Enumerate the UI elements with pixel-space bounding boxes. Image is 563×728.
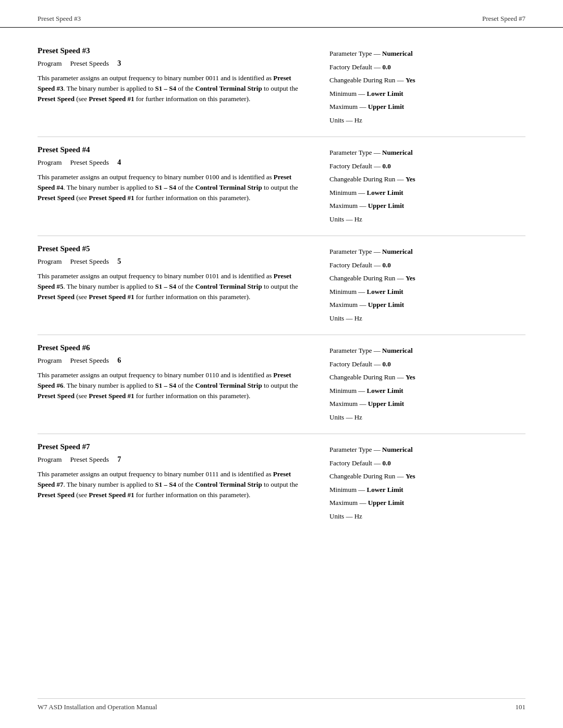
prop-param-type-preset4: Parameter Type — Numerical <box>329 147 525 158</box>
page-header: Preset Speed #3 Preset Speed #7 <box>0 0 563 28</box>
param-row-preset4: Preset Speed #4 Program Preset Speeds 4 … <box>38 145 525 227</box>
param-desc-preset6: This parameter assigns an output frequen… <box>38 370 309 401</box>
param-right-preset3: Parameter Type — Numerical Factory Defau… <box>329 46 525 128</box>
header-right: Preset Speed #7 <box>482 15 525 23</box>
prop-factory-default-preset7: Factory Default — 0.0 <box>329 458 525 468</box>
param-left-preset5: Preset Speed #5 Program Preset Speeds 5 … <box>38 244 309 326</box>
param-title-preset7: Preset Speed #7 <box>38 442 309 451</box>
prop-units-preset6: Units — Hz <box>329 412 525 423</box>
prop-minimum-preset5: Minimum — Lower Limit <box>329 287 525 297</box>
prop-changeable-preset4: Changeable During Run — Yes <box>329 174 525 184</box>
program-num-preset6: 6 <box>117 356 121 365</box>
footer-left: W7 ASD Installation and Operation Manual <box>38 703 157 711</box>
prop-maximum-preset5: Maximum — Upper Limit <box>329 300 525 310</box>
prop-changeable-preset5: Changeable During Run — Yes <box>329 273 525 283</box>
program-group-preset4: Preset Speeds <box>70 158 109 167</box>
param-desc-preset3: This parameter assigns an output frequen… <box>38 73 309 104</box>
program-num-preset4: 4 <box>117 158 121 167</box>
prop-maximum-preset3: Maximum — Upper Limit <box>329 102 525 112</box>
prop-minimum-preset6: Minimum — Lower Limit <box>329 386 525 396</box>
program-label-preset6: Program <box>38 356 62 365</box>
param-row-preset7: Preset Speed #7 Program Preset Speeds 7 … <box>38 442 525 524</box>
param-left-preset4: Preset Speed #4 Program Preset Speeds 4 … <box>38 145 309 227</box>
page-footer: W7 ASD Installation and Operation Manual… <box>38 698 525 711</box>
prop-factory-default-preset5: Factory Default — 0.0 <box>329 260 525 270</box>
param-right-preset4: Parameter Type — Numerical Factory Defau… <box>329 145 525 227</box>
header-left: Preset Speed #3 <box>38 15 81 23</box>
param-desc-preset5: This parameter assigns an output frequen… <box>38 271 309 302</box>
prop-minimum-preset3: Minimum — Lower Limit <box>329 89 525 99</box>
page: Preset Speed #3 Preset Speed #7 Preset S… <box>0 0 563 728</box>
param-section-preset4: Preset Speed #4 Program Preset Speeds 4 … <box>38 137 525 236</box>
param-title-preset6: Preset Speed #6 <box>38 343 309 352</box>
prop-minimum-preset7: Minimum — Lower Limit <box>329 485 525 495</box>
prop-maximum-preset4: Maximum — Upper Limit <box>329 201 525 211</box>
program-num-preset3: 3 <box>117 59 121 68</box>
program-num-preset5: 5 <box>117 257 121 266</box>
program-line-preset4: Program Preset Speeds 4 <box>38 158 309 167</box>
prop-maximum-preset7: Maximum — Upper Limit <box>329 498 525 508</box>
footer-right: 101 <box>516 703 526 711</box>
prop-param-type-preset6: Parameter Type — Numerical <box>329 346 525 356</box>
param-right-preset6: Parameter Type — Numerical Factory Defau… <box>329 343 525 425</box>
program-group-preset3: Preset Speeds <box>70 59 109 68</box>
param-title-preset3: Preset Speed #3 <box>38 46 309 55</box>
program-label-preset7: Program <box>38 455 62 464</box>
program-num-preset7: 7 <box>117 455 121 464</box>
prop-param-type-preset3: Parameter Type — Numerical <box>329 48 525 59</box>
program-group-preset6: Preset Speeds <box>70 356 109 365</box>
program-group-preset7: Preset Speeds <box>70 455 109 464</box>
param-title-preset4: Preset Speed #4 <box>38 145 309 154</box>
prop-param-type-preset5: Parameter Type — Numerical <box>329 246 525 257</box>
prop-minimum-preset4: Minimum — Lower Limit <box>329 188 525 198</box>
param-row-preset3: Preset Speed #3 Program Preset Speeds 3 … <box>38 46 525 128</box>
param-left-preset6: Preset Speed #6 Program Preset Speeds 6 … <box>38 343 309 425</box>
prop-changeable-preset7: Changeable During Run — Yes <box>329 471 525 482</box>
param-right-preset5: Parameter Type — Numerical Factory Defau… <box>329 244 525 326</box>
param-section-preset6: Preset Speed #6 Program Preset Speeds 6 … <box>38 335 525 434</box>
prop-factory-default-preset3: Factory Default — 0.0 <box>329 62 525 72</box>
prop-units-preset4: Units — Hz <box>329 214 525 225</box>
program-line-preset7: Program Preset Speeds 7 <box>38 455 309 464</box>
param-right-preset7: Parameter Type — Numerical Factory Defau… <box>329 442 525 524</box>
program-line-preset6: Program Preset Speeds 6 <box>38 356 309 365</box>
param-row-preset6: Preset Speed #6 Program Preset Speeds 6 … <box>38 343 525 425</box>
param-section-preset7: Preset Speed #7 Program Preset Speeds 7 … <box>38 434 525 533</box>
param-desc-preset4: This parameter assigns an output frequen… <box>38 172 309 203</box>
prop-changeable-preset6: Changeable During Run — Yes <box>329 372 525 382</box>
param-left-preset7: Preset Speed #7 Program Preset Speeds 7 … <box>38 442 309 524</box>
param-desc-preset7: This parameter assigns an output frequen… <box>38 469 309 500</box>
param-section-preset3: Preset Speed #3 Program Preset Speeds 3 … <box>38 38 525 137</box>
param-row-preset5: Preset Speed #5 Program Preset Speeds 5 … <box>38 244 525 326</box>
program-label-preset3: Program <box>38 59 62 68</box>
prop-factory-default-preset4: Factory Default — 0.0 <box>329 161 525 171</box>
program-label-preset5: Program <box>38 257 62 266</box>
program-label-preset4: Program <box>38 158 62 167</box>
main-content: Preset Speed #3 Program Preset Speeds 3 … <box>0 28 563 574</box>
prop-maximum-preset6: Maximum — Upper Limit <box>329 399 525 409</box>
prop-changeable-preset3: Changeable During Run — Yes <box>329 75 525 85</box>
program-group-preset5: Preset Speeds <box>70 257 109 266</box>
program-line-preset3: Program Preset Speeds 3 <box>38 59 309 68</box>
program-line-preset5: Program Preset Speeds 5 <box>38 257 309 266</box>
prop-factory-default-preset6: Factory Default — 0.0 <box>329 359 525 369</box>
prop-units-preset3: Units — Hz <box>329 115 525 126</box>
prop-units-preset5: Units — Hz <box>329 313 525 324</box>
prop-units-preset7: Units — Hz <box>329 511 525 522</box>
param-section-preset5: Preset Speed #5 Program Preset Speeds 5 … <box>38 236 525 335</box>
param-left-preset3: Preset Speed #3 Program Preset Speeds 3 … <box>38 46 309 128</box>
prop-param-type-preset7: Parameter Type — Numerical <box>329 445 525 455</box>
param-title-preset5: Preset Speed #5 <box>38 244 309 253</box>
